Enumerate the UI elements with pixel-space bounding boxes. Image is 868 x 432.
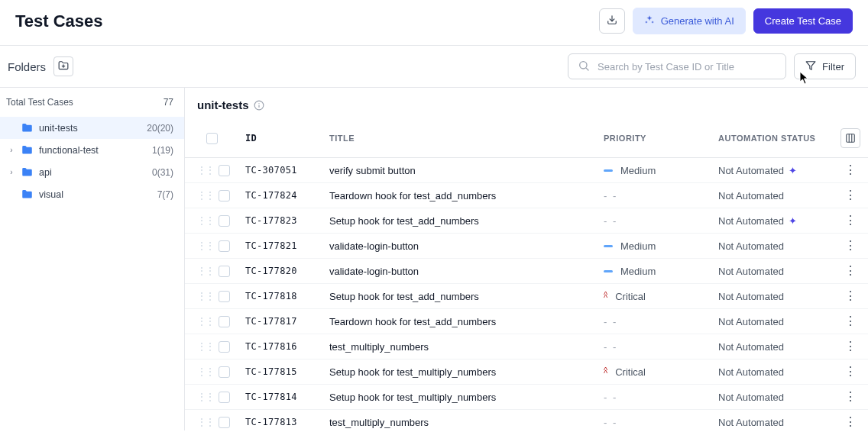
row-checkbox[interactable] [219,190,230,201]
search-box[interactable] [568,53,786,79]
drag-handle-icon[interactable]: ⋮⋮ [197,392,214,402]
drag-handle-icon[interactable]: ⋮⋮ [197,165,214,176]
drag-handle-icon[interactable]: ⋮⋮ [197,190,214,201]
info-icon[interactable] [254,100,264,111]
drag-handle-icon[interactable]: ⋮⋮ [197,417,214,427]
row-checkbox[interactable] [219,291,230,302]
priority-none: - - [604,341,617,353]
row-checkbox[interactable] [219,316,230,327]
row-more-button[interactable]: ⋮ [844,214,857,227]
select-all-checkbox[interactable] [206,133,218,144]
table-row[interactable]: ⋮⋮TC-177817Teardown hook for test_add_nu… [185,309,868,334]
row-more-button[interactable]: ⋮ [844,365,857,378]
col-id-header[interactable]: ID [238,119,322,158]
cell-priority: ^^Critical [596,284,711,309]
row-more-button[interactable]: ⋮ [844,189,857,201]
row-checkbox[interactable] [219,165,230,176]
table-row[interactable]: ⋮⋮TC-177820validate-login-buttonMediumNo… [185,259,868,284]
row-more-button[interactable]: ⋮ [844,340,857,353]
table-row[interactable]: ⋮⋮TC-307051verify submit buttonMediumNot… [185,158,868,183]
sidebar-item-api[interactable]: ›api0(31) [0,161,184,183]
cell-automation: Not Automated [711,309,833,334]
cell-automation: Not Automated [711,234,833,259]
row-checkbox[interactable] [219,215,230,227]
cell-priority: - - [596,309,711,334]
cell-title[interactable]: Setup hook for test_add_numbers [322,284,596,309]
drag-handle-icon[interactable]: ⋮⋮ [197,240,214,251]
table-row[interactable]: ⋮⋮TC-177814Setup hook for test_multiply_… [185,385,868,410]
priority-none: - - [604,190,617,201]
cell-id: TC-177815 [238,359,322,385]
col-title-header[interactable]: TITLE [322,119,596,158]
priority-medium-icon [604,245,613,247]
priority-label: Medium [620,266,656,277]
priority-none: - - [604,316,617,327]
table-row[interactable]: ⋮⋮TC-177824Teardown hook for test_add_nu… [185,183,868,208]
row-checkbox[interactable] [219,366,230,378]
drag-handle-icon[interactable]: ⋮⋮ [197,366,214,377]
folder-count: 1(19) [152,145,173,156]
drag-handle-icon[interactable]: ⋮⋮ [197,291,214,301]
row-more-button[interactable]: ⋮ [844,314,857,327]
row-checkbox[interactable] [219,392,230,403]
folders-label-text: Folders [8,60,46,73]
row-more-button[interactable]: ⋮ [844,390,857,403]
row-more-button[interactable]: ⋮ [844,289,857,302]
row-checkbox[interactable] [219,341,230,353]
cell-title[interactable]: test_multiply_numbers [322,334,596,359]
page-header: Test Cases Generate with AI Create Test … [0,0,868,46]
folder-plus-icon [58,60,69,73]
cell-title[interactable]: validate-login-button [322,259,596,284]
table-row[interactable]: ⋮⋮TC-177813test_multiply_numbers- -Not A… [185,410,868,431]
table-row[interactable]: ⋮⋮TC-177815Setup hook for test_multiply_… [185,359,868,385]
priority-label: Medium [620,165,656,176]
download-button[interactable] [599,8,625,34]
new-folder-button[interactable] [53,56,73,76]
priority-none: - - [604,215,617,227]
download-icon [607,15,617,27]
cell-title[interactable]: Setup hook for test_multiply_numbers [322,385,596,410]
sidebar-item-visual[interactable]: visual7(7) [0,183,184,205]
total-count: 77 [164,97,173,108]
create-test-case-button[interactable]: Create Test Case [753,8,853,34]
cell-id: TC-177820 [238,259,322,284]
drag-handle-icon[interactable]: ⋮⋮ [197,215,214,226]
row-checkbox[interactable] [219,240,230,252]
col-priority-header[interactable]: PRIORITY [596,119,711,158]
row-more-button[interactable]: ⋮ [844,415,857,428]
row-more-button[interactable]: ⋮ [844,264,857,277]
priority-critical-icon: ^^ [604,292,607,300]
col-select [185,119,238,158]
cell-id: TC-177823 [238,208,322,234]
cell-automation: Not Automated [711,284,833,309]
folder-count: 0(31) [152,167,173,178]
row-checkbox[interactable] [219,266,230,277]
cell-title[interactable]: test_multiply_numbers [322,410,596,431]
column-config-button[interactable] [840,128,860,148]
table-row[interactable]: ⋮⋮TC-177816test_multiply_numbers- -Not A… [185,334,868,359]
drag-handle-icon[interactable]: ⋮⋮ [197,341,214,352]
col-config-header [833,119,868,158]
cell-title[interactable]: Teardown hook for test_add_numbers [322,309,596,334]
drag-handle-icon[interactable]: ⋮⋮ [197,316,214,327]
cell-title[interactable]: Teardown hook for test_add_numbers [322,183,596,208]
col-automation-header[interactable]: AUTOMATION STATUS [711,119,833,158]
table-row[interactable]: ⋮⋮TC-177818Setup hook for test_add_numbe… [185,284,868,309]
row-more-button[interactable]: ⋮ [844,163,857,176]
search-input[interactable] [598,61,776,73]
folders-heading: Folders [8,56,73,76]
cell-title[interactable]: verify submit button [322,158,596,183]
cell-title[interactable]: Setup hook for test_add_numbers [322,208,596,234]
filter-button[interactable]: Filter [794,53,856,79]
table-row[interactable]: ⋮⋮TC-177823Setup hook for test_add_numbe… [185,208,868,234]
row-more-button[interactable]: ⋮ [844,239,857,252]
table-row[interactable]: ⋮⋮TC-177821validate-login-buttonMediumNo… [185,234,868,259]
row-checkbox[interactable] [219,417,230,428]
cell-automation: Not Automated [711,385,833,410]
sidebar-item-unit-tests[interactable]: unit-tests20(20) [0,117,184,139]
cell-title[interactable]: validate-login-button [322,234,596,259]
drag-handle-icon[interactable]: ⋮⋮ [197,266,214,276]
generate-ai-button[interactable]: Generate with AI [633,8,746,34]
cell-title[interactable]: Setup hook for test_multiply_numbers [322,359,596,385]
sidebar-item-functional-test[interactable]: ›functional-test1(19) [0,139,184,161]
